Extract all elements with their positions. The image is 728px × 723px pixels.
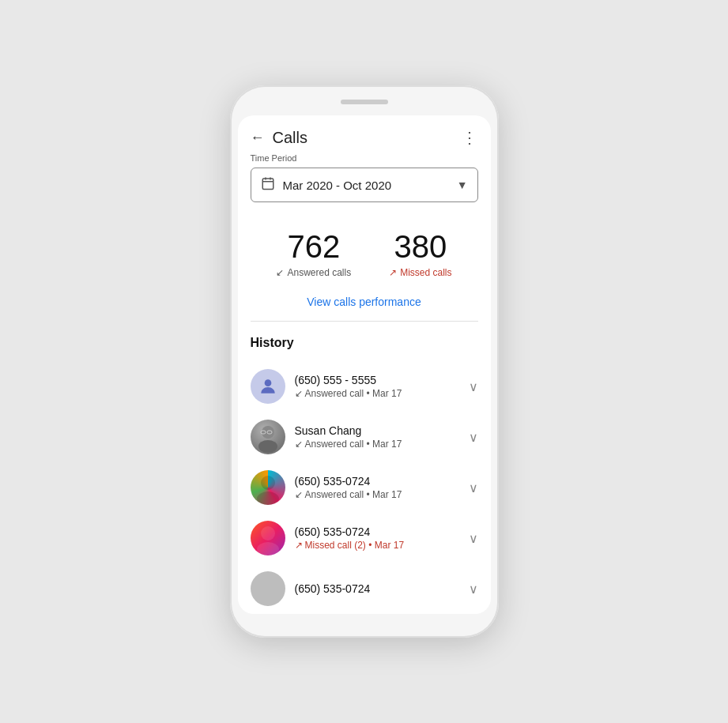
svg-rect-0 — [262, 179, 273, 190]
call-name: (650) 555 - 5555 — [295, 374, 459, 386]
time-period-value: Mar 2020 - Oct 2020 — [283, 179, 449, 192]
page-title: Calls — [273, 129, 307, 147]
missed-call-icon: ↗ — [389, 267, 397, 278]
call-list: (650) 555 - 5555 ↙ Answered call • Mar 1… — [251, 361, 478, 614]
expand-icon[interactable]: ∨ — [469, 480, 478, 495]
more-menu-icon[interactable]: ⋮ — [462, 128, 478, 147]
stats-section: 762 ↙ Answered calls 380 ↗ Missed calls — [238, 215, 491, 284]
call-name: (650) 535-0724 — [295, 475, 459, 488]
svg-point-11 — [261, 526, 275, 540]
call-status: ↗ Missed call (2) • Mar 17 — [295, 540, 459, 551]
call-status: ↙ Answered call • Mar 17 — [295, 489, 459, 500]
history-section: History (650) 555 - 5555 ↙ Answ — [238, 322, 491, 614]
answered-icon: ↙ — [295, 439, 303, 450]
call-info: (650) 555 - 5555 ↙ Answered call • Mar 1… — [295, 374, 459, 399]
call-info: (650) 535-0724 — [295, 582, 459, 595]
missed-calls-number: 380 — [389, 231, 451, 262]
answered-calls-number: 762 — [276, 231, 351, 262]
time-period-label: Time Period — [251, 153, 478, 163]
avatar — [251, 369, 285, 404]
svg-point-10 — [257, 491, 279, 505]
avatar — [251, 521, 285, 555]
view-calls-performance-link[interactable]: View calls performance — [238, 284, 491, 321]
call-status: ↙ Answered call • Mar 17 — [295, 388, 459, 399]
svg-point-6 — [258, 440, 277, 453]
avatar — [251, 470, 285, 505]
avatar — [251, 571, 285, 606]
svg-point-12 — [257, 542, 279, 555]
calendar-icon — [261, 176, 275, 194]
back-button[interactable]: ← — [251, 130, 265, 146]
expand-icon[interactable]: ∨ — [469, 531, 478, 546]
missed-calls-stat: 380 ↗ Missed calls — [389, 231, 451, 278]
call-name: (650) 535-0724 — [295, 525, 459, 538]
answered-icon: ↙ — [295, 489, 303, 500]
header: ← Calls ⋮ — [238, 115, 491, 153]
call-status: ↙ Answered call • Mar 17 — [295, 439, 459, 450]
missed-calls-label: ↗ Missed calls — [389, 267, 451, 278]
expand-icon[interactable]: ∨ — [469, 430, 478, 445]
call-item[interactable]: Susan Chang ↙ Answered call • Mar 17 ∨ — [251, 412, 478, 462]
answered-calls-label: ↙ Answered calls — [276, 267, 351, 278]
call-item[interactable]: (650) 535-0724 ↙ Answered call • Mar 17 … — [251, 462, 478, 513]
header-left: ← Calls — [251, 129, 307, 147]
phone-device: ← Calls ⋮ Time Period Mar 2020 - Oct 202… — [230, 85, 499, 638]
answered-calls-stat: 762 ↙ Answered calls — [276, 231, 351, 278]
svg-point-9 — [261, 476, 275, 490]
time-period-section: Time Period Mar 2020 - Oct 2020 ▼ — [238, 153, 491, 215]
answered-call-icon: ↙ — [276, 267, 284, 278]
call-item[interactable]: (650) 555 - 5555 ↙ Answered call • Mar 1… — [251, 361, 478, 412]
svg-point-4 — [264, 379, 271, 386]
avatar — [251, 420, 285, 454]
call-item[interactable]: (650) 535-0724 ↗ Missed call (2) • Mar 1… — [251, 513, 478, 563]
call-name: Susan Chang — [295, 424, 459, 437]
call-info: (650) 535-0724 ↗ Missed call (2) • Mar 1… — [295, 525, 459, 551]
call-info: Susan Chang ↙ Answered call • Mar 17 — [295, 424, 459, 450]
time-period-dropdown[interactable]: Mar 2020 - Oct 2020 ▼ — [251, 168, 478, 202]
call-name: (650) 535-0724 — [295, 582, 459, 595]
call-info: (650) 535-0724 ↙ Answered call • Mar 17 — [295, 475, 459, 500]
call-item[interactable]: (650) 535-0724 ∨ — [251, 563, 478, 614]
phone-notch — [341, 100, 388, 104]
expand-icon[interactable]: ∨ — [469, 379, 478, 394]
svg-point-5 — [262, 426, 274, 439]
missed-icon: ↗ — [295, 540, 303, 551]
expand-icon[interactable]: ∨ — [469, 582, 478, 597]
answered-icon: ↙ — [295, 388, 303, 399]
history-title: History — [251, 336, 478, 350]
phone-screen: ← Calls ⋮ Time Period Mar 2020 - Oct 202… — [238, 115, 491, 614]
dropdown-arrow-icon: ▼ — [457, 179, 468, 191]
